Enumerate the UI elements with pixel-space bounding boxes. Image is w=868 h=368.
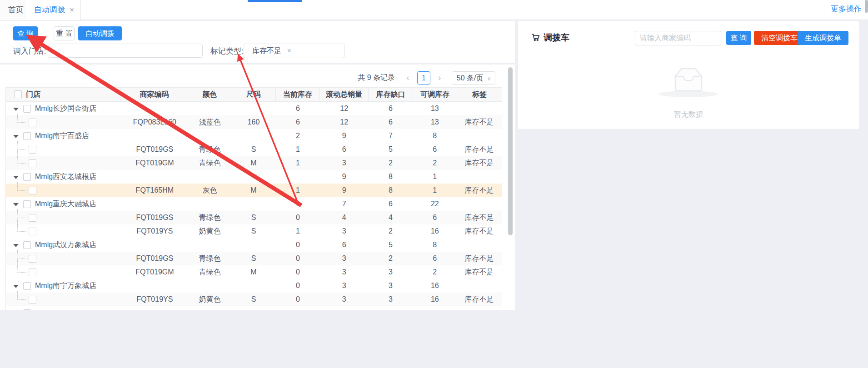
table-row: FQT019YS奶黄色S03316库存不足 bbox=[6, 293, 502, 306]
column-header: 颜色 bbox=[188, 88, 231, 101]
total-sales-cell: 12 bbox=[320, 115, 369, 129]
expand-caret-icon[interactable] bbox=[13, 135, 19, 138]
column-header: 尺码 bbox=[231, 88, 276, 101]
row-checkbox[interactable] bbox=[23, 282, 31, 290]
row-checkbox[interactable] bbox=[23, 105, 31, 113]
stock-gap-cell: 5 bbox=[369, 143, 413, 156]
total-sales-cell: 6 bbox=[320, 238, 369, 252]
expand-caret-icon[interactable] bbox=[13, 285, 19, 288]
record-count: 共 9 条记录 bbox=[358, 74, 395, 81]
page-scrollbar[interactable] bbox=[865, 0, 868, 13]
table-row: Mmlg南宁百盛店2978 bbox=[6, 129, 502, 143]
row-checkbox[interactable] bbox=[29, 146, 36, 154]
total-sales-cell bbox=[320, 306, 369, 310]
query-button[interactable]: 查 询 bbox=[13, 26, 38, 40]
row-checkbox[interactable] bbox=[29, 214, 36, 222]
column-header: 当前库存 bbox=[276, 88, 320, 101]
reset-button[interactable]: 重 置 bbox=[54, 26, 75, 40]
page-number[interactable]: 1 bbox=[417, 71, 430, 85]
tree-line bbox=[17, 163, 27, 164]
color-cell bbox=[188, 129, 231, 143]
expand-caret-icon[interactable] bbox=[13, 176, 19, 179]
color-cell: 青绿色 bbox=[188, 156, 231, 170]
code-cell: FQT019GS bbox=[121, 143, 189, 156]
stock-gap-cell: 2 bbox=[369, 252, 413, 265]
next-page-icon[interactable]: › bbox=[435, 71, 444, 85]
more-actions-link[interactable]: 更多操作 bbox=[831, 0, 862, 20]
expand-caret-icon[interactable] bbox=[13, 244, 19, 247]
inventory-table: 门店商家编码颜色尺码当前库存滚动总销量库存缺口可调库存标签 Mmlg长沙国金街店… bbox=[5, 87, 502, 310]
available-stock-cell: 22 bbox=[413, 197, 457, 211]
tag-cell: 库存不足 bbox=[457, 115, 502, 129]
table-row bbox=[6, 306, 502, 310]
page-size-select[interactable]: 50 条/页∨ bbox=[452, 71, 495, 85]
row-checkbox[interactable] bbox=[29, 119, 36, 126]
row-checkbox[interactable] bbox=[29, 255, 36, 263]
current-stock-cell: 1 bbox=[276, 156, 320, 170]
empty-box-icon bbox=[671, 66, 706, 93]
available-stock-cell: 2 bbox=[413, 156, 457, 170]
tree-line bbox=[17, 299, 27, 300]
store-input[interactable] bbox=[48, 44, 203, 58]
tag-close-icon[interactable]: × bbox=[287, 47, 291, 55]
table-row: FQT019GS青绿色S0446库存不足 bbox=[6, 211, 502, 224]
row-checkbox[interactable] bbox=[23, 309, 31, 310]
code-cell bbox=[121, 306, 189, 310]
cart-search-input[interactable] bbox=[635, 31, 721, 45]
current-stock-cell: 0 bbox=[276, 279, 320, 293]
tag-cell bbox=[457, 102, 502, 115]
mark-type-tag: 库存不足 bbox=[252, 47, 281, 55]
stock-gap-cell: 8 bbox=[369, 184, 413, 197]
table-header: 门店商家编码颜色尺码当前库存滚动总销量库存缺口可调库存标签 bbox=[5, 87, 502, 102]
size-cell: S bbox=[231, 293, 276, 306]
select-all-checkbox[interactable] bbox=[14, 90, 22, 98]
row-checkbox[interactable] bbox=[29, 228, 36, 235]
row-checkbox[interactable] bbox=[29, 269, 36, 276]
expand-caret-icon[interactable] bbox=[13, 108, 19, 111]
tab-auto-transfer[interactable]: 自动调拨× bbox=[26, 0, 81, 20]
total-sales-cell: 9 bbox=[320, 129, 369, 143]
row-checkbox[interactable] bbox=[23, 200, 31, 208]
tag-cell bbox=[457, 306, 502, 310]
table-row: Mmlg西安老城根店981 bbox=[6, 170, 502, 184]
expand-caret-icon[interactable] bbox=[13, 203, 19, 206]
row-checkbox[interactable] bbox=[29, 296, 36, 303]
available-stock-cell: 2 bbox=[413, 265, 457, 279]
stock-gap-cell: 6 bbox=[369, 102, 413, 115]
row-checkbox[interactable] bbox=[29, 159, 36, 167]
size-cell: M bbox=[231, 265, 276, 279]
stock-gap-cell: 3 bbox=[369, 293, 413, 306]
store-cell bbox=[6, 211, 121, 224]
stock-gap-cell: 5 bbox=[369, 238, 413, 252]
stock-gap-cell: 2 bbox=[369, 156, 413, 170]
cart-query-button[interactable]: 查 询 bbox=[726, 31, 751, 45]
store-name: Mmlg南宁百盛店 bbox=[35, 129, 89, 143]
row-checkbox[interactable] bbox=[29, 187, 36, 194]
current-stock-cell: 2 bbox=[276, 129, 320, 143]
tab-home-label: 首页 bbox=[8, 5, 24, 14]
available-stock-cell: 1 bbox=[413, 170, 457, 184]
row-checkbox[interactable] bbox=[23, 173, 31, 181]
size-cell: S bbox=[231, 143, 276, 156]
store-cell: Mmlg西安老城根店 bbox=[6, 170, 121, 184]
prev-page-icon[interactable]: ‹ bbox=[403, 71, 412, 85]
tree-line bbox=[17, 115, 18, 122]
tag-cell bbox=[457, 238, 502, 252]
stock-gap-cell: 3 bbox=[369, 279, 413, 293]
store-name: Mmlg南宁万象城店 bbox=[35, 279, 96, 293]
size-cell: M bbox=[231, 156, 276, 170]
color-cell bbox=[188, 306, 231, 310]
code-cell: FQT019YS bbox=[121, 293, 189, 306]
auto-transfer-button[interactable]: 自动调拨 bbox=[78, 26, 122, 40]
generate-order-button[interactable]: 生成调拨单 bbox=[798, 31, 848, 45]
stock-gap-cell: 4 bbox=[369, 211, 413, 224]
mark-type-select[interactable]: 库存不足 × bbox=[244, 44, 344, 58]
row-checkbox[interactable] bbox=[23, 241, 31, 249]
store-cell bbox=[6, 224, 121, 238]
tab-close-icon[interactable]: × bbox=[70, 5, 74, 14]
tree-line bbox=[17, 218, 27, 218]
stock-gap-cell: 6 bbox=[369, 197, 413, 211]
pagination: 共 9 条记录 ‹ 1 › 50 条/页∨ bbox=[358, 70, 495, 85]
table-scrollbar[interactable] bbox=[508, 67, 513, 235]
row-checkbox[interactable] bbox=[23, 132, 31, 140]
